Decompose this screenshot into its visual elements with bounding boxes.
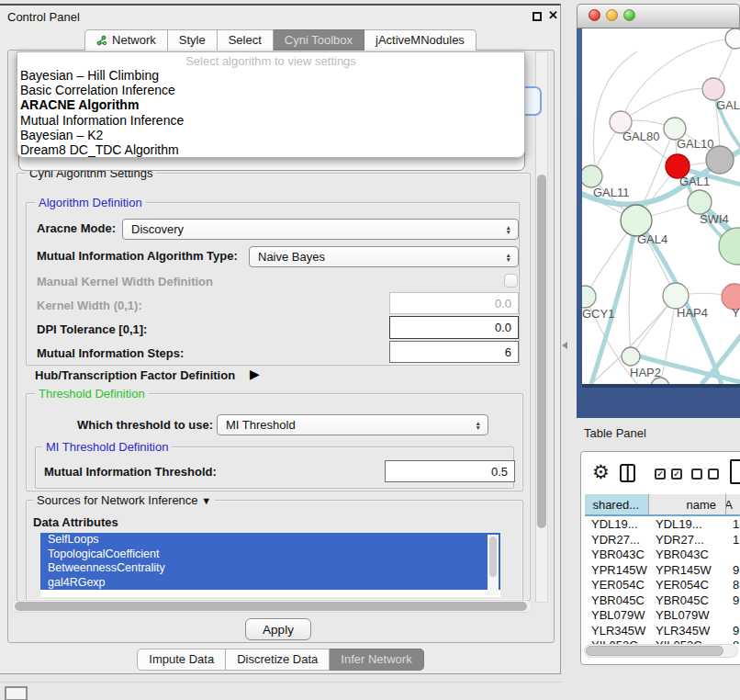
table-cell[interactable]: YPR145W (649, 563, 726, 579)
network-node-swi4[interactable] (688, 190, 712, 214)
tab-discretize-data[interactable]: Discretize Data (226, 649, 330, 671)
deselect-all-checkbox-icon[interactable] (708, 469, 719, 480)
window-zoom-button[interactable] (623, 9, 635, 21)
collapsed-panel-box[interactable] (5, 686, 28, 700)
tab-label: Cyni Toolbox (285, 30, 353, 51)
close-panel-icon[interactable]: ✕ (548, 8, 558, 22)
table-row[interactable]: YDL19...YDL19...13 (585, 517, 740, 533)
window-minimize-button[interactable] (606, 9, 618, 21)
network-node-hap2[interactable] (622, 347, 640, 366)
table-row[interactable]: YBR045CYBR045C9. (585, 593, 740, 609)
table-cell[interactable]: YBR045C (649, 593, 726, 609)
table-cell[interactable]: YLR345W (649, 624, 726, 639)
document-icon[interactable] (730, 459, 740, 484)
tab-infer-network[interactable]: Infer Network (330, 649, 423, 671)
apply-button[interactable]: Apply (245, 618, 311, 640)
table-cell[interactable]: 12 (726, 533, 740, 548)
tab-cyni-toolbox[interactable]: Cyni Toolbox (274, 29, 364, 51)
table-row[interactable]: YDR27...YDR27...12 (585, 533, 740, 548)
table-column-header[interactable]: A (726, 494, 740, 514)
network-node-gal11[interactable] (582, 165, 602, 187)
aracne-mode-combo[interactable]: Discovery ▲▼ (122, 219, 519, 240)
table-cell[interactable]: 13 (726, 517, 740, 533)
tab-jactivemnodules[interactable]: jActiveMNodules (364, 29, 477, 51)
float-window-icon[interactable] (533, 12, 542, 21)
settings-vertical-scrollbar-thumb[interactable] (537, 175, 546, 528)
network-node[interactable] (725, 28, 740, 49)
dpi-tolerance-field[interactable]: 0.0 (389, 316, 519, 339)
table-row[interactable]: YLR345WYLR345W9. (585, 624, 740, 639)
table-row[interactable]: YER054CYER054C8. (585, 578, 740, 593)
algorithm-option[interactable]: Bayesian – Hill Climbing (17, 68, 524, 83)
tab-impute-data[interactable]: Impute Data (137, 649, 226, 671)
network-window-titlebar[interactable] (577, 4, 740, 28)
table-cell[interactable]: 8. (726, 578, 740, 593)
table-cell[interactable]: YBL079W (649, 608, 726, 624)
tab-network[interactable]: Network (84, 29, 168, 51)
mi-steps-field[interactable]: 6 (389, 341, 519, 363)
table-cell[interactable]: YDR27... (585, 533, 649, 548)
network-edge[interactable] (621, 88, 713, 122)
attr-list-scrollbar-thumb[interactable] (489, 536, 497, 577)
table-cell[interactable]: YDL19... (585, 517, 649, 533)
manual-kernel-checkbox[interactable] (504, 274, 518, 288)
network-node-gal4[interactable] (621, 205, 652, 236)
attribute-list-item[interactable]: gal4RGexp (40, 576, 500, 591)
split-column-icon[interactable] (620, 464, 635, 482)
table-cell[interactable]: YER054C (585, 578, 649, 593)
table-cell[interactable]: 9. (726, 563, 740, 579)
gear-icon[interactable]: ⚙ (592, 461, 610, 483)
window-close-button[interactable] (589, 9, 600, 21)
deselect-all-checkbox-icon[interactable] (691, 469, 702, 480)
tab-select[interactable]: Select (218, 29, 274, 51)
settings-horizontal-scrollbar-thumb[interactable] (15, 602, 527, 611)
table-cell[interactable]: YER054C (649, 578, 726, 593)
network-view-canvas[interactable]: GALGAL80GAL10GAL1GAL11SWI4GAL4GCY1HAP4YH… (582, 28, 740, 384)
table-column-header[interactable]: name (649, 494, 726, 514)
table-cell[interactable]: YLR345W (585, 624, 649, 639)
table-cell[interactable]: 9. (726, 624, 740, 639)
tab-style[interactable]: Style (168, 29, 218, 51)
sources-collapse-arrow-icon[interactable]: ▼ (201, 495, 211, 506)
table-cell[interactable]: YBR043C (649, 548, 726, 563)
hub-expand-arrow-icon[interactable]: ▶ (250, 367, 260, 381)
table-cell[interactable]: YPR145W (585, 563, 649, 579)
table-row[interactable]: YBL079WYBL079W (585, 608, 740, 624)
table-cell[interactable]: YDR27... (649, 533, 726, 548)
table-row[interactable]: YBR043CYBR043C (585, 548, 740, 563)
algorithm-option[interactable]: Dream8 DC_TDC Algorithm (17, 142, 524, 157)
algorithm-option[interactable]: Mutual Information Inference (17, 113, 524, 128)
algorithm-option[interactable]: Basic Correlation Inference (17, 83, 524, 97)
table-column-header[interactable]: shared... (585, 494, 649, 514)
table-row[interactable]: YPR145WYPR145W9. (585, 563, 740, 579)
algorithm-option[interactable]: ARACNE Algorithm (17, 97, 524, 112)
table-cell[interactable]: YBL079W (585, 608, 649, 624)
sources-group-title[interactable]: Sources for Network Inference ▼ (33, 493, 215, 507)
which-threshold-combo[interactable]: MI Threshold ▲▼ (217, 414, 488, 435)
pane-divider-arrow-icon[interactable] (562, 342, 567, 349)
data-attributes-list[interactable]: SelfLoopsTopologicalCoefficientBetweenne… (40, 533, 500, 597)
table-cell[interactable]: YBR045C (585, 593, 649, 609)
attribute-list-item[interactable]: SelfLoops (40, 533, 500, 548)
network-node-label: GAL4 (637, 232, 667, 246)
select-all-checkbox-icon[interactable]: ✓ (671, 469, 682, 480)
table-cell[interactable]: YDL19... (649, 517, 726, 533)
table-cell[interactable] (726, 608, 740, 624)
control-panel-tab-bar: NetworkStyleSelectCyni ToolboxjActiveMNo… (0, 29, 561, 51)
network-node-gcy1[interactable] (582, 286, 596, 308)
table-cell[interactable]: 9. (726, 593, 740, 609)
mi-threshold-field[interactable]: 0.5 (385, 460, 515, 482)
table-cell[interactable]: YBR043C (585, 548, 649, 563)
attribute-list-item[interactable]: TopologicalCoefficient (40, 548, 500, 562)
algorithm-option[interactable]: Bayesian – K2 (17, 128, 524, 142)
network-node-hap4[interactable] (663, 283, 689, 309)
network-node-gal[interactable] (702, 78, 724, 100)
network-node[interactable] (719, 228, 740, 265)
table-cell[interactable] (726, 548, 740, 563)
hub-definition-label[interactable]: Hub/Transcription Factor Definition (35, 368, 235, 382)
attribute-list-item[interactable]: BetweennessCentrality (40, 561, 500, 576)
table-horizontal-scrollbar-thumb[interactable] (586, 646, 723, 656)
mi-type-combo[interactable]: Naive Bayes ▲▼ (249, 246, 519, 267)
kernel-width-field[interactable]: 0.0 (389, 292, 519, 314)
select-all-checkbox-icon[interactable]: ✓ (655, 469, 666, 480)
